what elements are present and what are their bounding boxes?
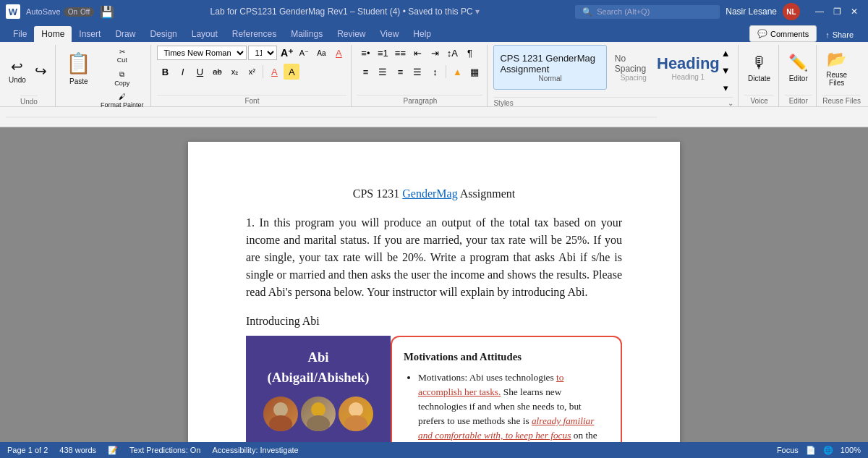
tab-mailings[interactable]: Mailings	[284, 26, 330, 42]
sort-button[interactable]: ↕A	[444, 45, 460, 61]
save-icon[interactable]: 💾	[100, 5, 114, 19]
font-name-select[interactable]: Times New Roman	[157, 46, 247, 60]
voice-group: 🎙 Dictate Voice	[740, 45, 779, 106]
align-left-button[interactable]: ≡	[357, 64, 373, 80]
undo-group: ↩ Undo ↪ Undo	[3, 45, 56, 106]
justify-button[interactable]: ☰	[409, 64, 425, 80]
styles-scroll-down[interactable]: ▼	[718, 62, 733, 78]
borders-button[interactable]: ▦	[467, 64, 482, 80]
tab-help[interactable]: Help	[406, 26, 438, 42]
tab-home[interactable]: Home	[34, 26, 72, 42]
styles-group-label: Styles	[493, 99, 513, 107]
abi-photo-3	[339, 396, 373, 431]
ruler-bar	[0, 107, 868, 127]
undo-group-label: Undo	[20, 96, 38, 106]
reuse-files-button[interactable]: 📂 ReuseFiles	[822, 45, 851, 91]
tab-layout[interactable]: Layout	[184, 26, 225, 42]
multilevel-button[interactable]: ≡≡	[392, 45, 408, 61]
track-icon: 📝	[108, 446, 118, 455]
title-dropdown-arrow[interactable]: ▾	[475, 7, 480, 17]
shading-button[interactable]: ▲	[449, 64, 465, 80]
subscript-button[interactable]: x₂	[226, 64, 242, 80]
style-normal[interactable]: CPS 1231 GenderMag Assignment Normal	[493, 45, 606, 90]
font-shrink-button[interactable]: A⁻	[296, 45, 312, 61]
tab-insert[interactable]: Insert	[72, 26, 108, 42]
superscript-button[interactable]: x²	[244, 64, 260, 80]
document-area: CPS 1231 GenderMag Assignment 1. In this…	[0, 127, 868, 442]
separator2	[446, 65, 446, 78]
text-predictions[interactable]: Text Predictions: On	[129, 446, 200, 454]
italic-button[interactable]: I	[174, 64, 190, 80]
copy-button[interactable]: ⧉ Copy	[98, 67, 147, 89]
editor-icon: ✏️	[788, 54, 808, 72]
autosave-on: On	[68, 8, 77, 16]
undo-button[interactable]: ↩ Undo	[6, 48, 29, 94]
autosave-area: AutoSave On Off	[26, 7, 94, 17]
minimize-button[interactable]: —	[812, 4, 827, 20]
abi-layout: Abi(Abigail/Abishek) Motivation:	[246, 336, 622, 442]
font-color-button[interactable]: A	[266, 64, 282, 80]
strikethrough-button[interactable]: ab	[209, 64, 225, 80]
editor-button[interactable]: ✏️ Editor	[785, 45, 812, 91]
document-page: CPS 1231 GenderMag Assignment 1. In this…	[188, 142, 680, 442]
restore-button[interactable]: ❐	[829, 4, 845, 20]
editor-group-label: Editor	[785, 95, 812, 105]
svg-point-2	[273, 402, 288, 417]
word-logo: W	[6, 4, 20, 19]
share-icon: ↑	[825, 30, 830, 39]
abi-photos	[258, 396, 379, 431]
tab-draw[interactable]: Draw	[108, 26, 142, 42]
tab-review[interactable]: Review	[330, 26, 373, 42]
abi-photo-2	[301, 396, 336, 431]
font-grow-button[interactable]: A⁺	[278, 45, 294, 61]
autosave-toggle[interactable]: On Off	[64, 7, 95, 17]
decrease-indent-button[interactable]: ⇤	[409, 45, 425, 61]
ribbon: ↩ Undo ↪ Undo 📋 Paste ✂ Cut ⧉ Copy	[0, 42, 868, 107]
show-marks-button[interactable]: ¶	[461, 45, 477, 61]
style-heading1[interactable]: Heading Heading 1	[660, 45, 716, 90]
style-no-spacing[interactable]: No Spacing Spacing	[608, 45, 659, 90]
motivation-box: Motivations and Attitudes Motivations: A…	[391, 336, 622, 442]
cut-button[interactable]: ✂ Cut	[98, 45, 147, 67]
font-size-select[interactable]: 11	[248, 46, 277, 60]
tab-file[interactable]: File	[6, 26, 34, 42]
paste-button[interactable]: 📋 Paste	[61, 45, 96, 91]
comments-button[interactable]: 💬 Comments	[749, 25, 817, 42]
close-button[interactable]: ✕	[846, 4, 862, 20]
format-painter-button[interactable]: 🖌 Format Painter	[98, 90, 147, 111]
autosave-off: Off	[80, 8, 90, 16]
numbering-button[interactable]: ≡1	[375, 45, 391, 61]
document-title: Lab for CPS1231 GenderMag Rev1 – Student…	[120, 7, 569, 17]
highlight-button[interactable]: A	[284, 64, 299, 80]
line-spacing-button[interactable]: ↕	[427, 64, 443, 80]
underline-button[interactable]: U	[192, 64, 208, 80]
font-case-button[interactable]: Aa	[313, 45, 329, 61]
align-right-button[interactable]: ≡	[392, 64, 408, 80]
voice-group-label: Voice	[744, 95, 774, 105]
editor-group: ✏️ Editor Editor	[780, 45, 817, 106]
tab-references[interactable]: References	[225, 26, 284, 42]
reuse-icon: 📂	[827, 50, 846, 69]
dictate-button[interactable]: 🎙 Dictate	[744, 45, 774, 91]
motivation-box-title: Motivations and Attitudes	[404, 349, 609, 365]
styles-scroll-up[interactable]: ▲	[718, 45, 733, 61]
styles-expand-icon[interactable]: ⌄	[728, 99, 733, 107]
view-mode-icon: 📄	[806, 446, 816, 455]
focus-button[interactable]: Focus	[777, 446, 799, 454]
tab-view[interactable]: View	[373, 26, 407, 42]
clear-format-button[interactable]: A	[331, 45, 346, 61]
tab-design[interactable]: Design	[142, 26, 184, 42]
user-avatar[interactable]: NL	[783, 3, 800, 20]
increase-indent-button[interactable]: ⇥	[427, 45, 443, 61]
bold-button[interactable]: B	[157, 64, 173, 80]
accessibility[interactable]: Accessibility: Investigate	[212, 446, 298, 454]
redo-button[interactable]: ↪	[30, 48, 52, 94]
intro-title: Introducing Abi	[246, 313, 622, 330]
styles-expand[interactable]: ▾	[718, 80, 733, 96]
window-controls: — ❐ ✕	[812, 4, 862, 20]
search-box[interactable]: 🔍 Search (Alt+Q)	[575, 5, 720, 19]
align-center-button[interactable]: ☰	[375, 64, 391, 80]
title-bar: W AutoSave On Off 💾 Lab for CPS1231 Gend…	[0, 0, 868, 23]
bullets-button[interactable]: ≡•	[357, 45, 373, 61]
share-button[interactable]: ↑ Share	[817, 27, 862, 42]
